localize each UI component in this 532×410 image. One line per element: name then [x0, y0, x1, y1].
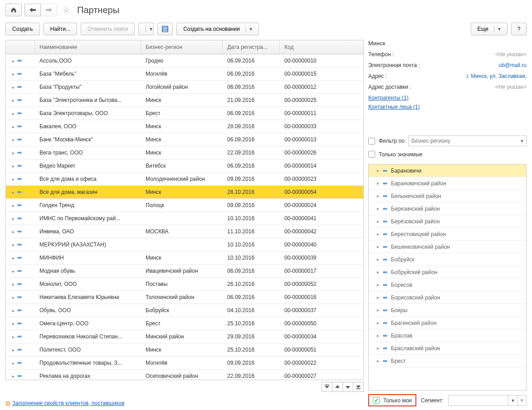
- favorite-icon[interactable]: ☆: [63, 5, 70, 15]
- table-row[interactable]: ▸Модная обувьИвацевичский район06.09.201…: [6, 265, 363, 278]
- expand-icon[interactable]: ▸: [12, 72, 15, 77]
- region-tree[interactable]: ▸Барановичи▸Барановичский район▸Белыничс…: [368, 164, 527, 391]
- create-based-on-button[interactable]: Создать на основании ▾: [176, 23, 259, 35]
- expand-icon[interactable]: ▸: [12, 150, 15, 155]
- expand-icon[interactable]: ▸: [377, 168, 379, 173]
- expand-icon[interactable]: ▸: [12, 282, 15, 287]
- only-mine-checkbox[interactable]: [373, 397, 380, 404]
- expand-icon[interactable]: ▸: [377, 320, 379, 325]
- filter-by-checkbox[interactable]: [368, 138, 375, 145]
- region-item[interactable]: ▸Бобруйский район: [369, 266, 526, 279]
- expand-icon[interactable]: ▸: [12, 203, 15, 208]
- table-row[interactable]: ▸Бакалея, ОООМинск28.09.201600-00000033: [6, 120, 363, 133]
- expand-icon[interactable]: ▸: [377, 295, 379, 300]
- table-row[interactable]: ▸База "Электротоника и бытова...Минск21.…: [6, 94, 363, 107]
- region-item[interactable]: ▸Брест: [369, 355, 526, 367]
- expand-icon[interactable]: ▸: [12, 229, 15, 234]
- create-button[interactable]: Создать: [5, 23, 40, 35]
- table-row[interactable]: ▸База "Продукты"Логойский район06.09.201…: [6, 81, 363, 94]
- segment-dropdown-button[interactable]: ▾: [508, 396, 517, 405]
- region-item[interactable]: ▸Берестовицкий район: [369, 228, 526, 241]
- expand-icon[interactable]: ▸: [377, 257, 379, 262]
- grid-down-button[interactable]: [342, 382, 353, 392]
- expand-icon[interactable]: ▸: [377, 232, 379, 236]
- table-row[interactable]: ▸Никитаева Елизавета ЮрьевнаТолочинский …: [6, 291, 363, 304]
- region-item[interactable]: ▸Березинский район: [369, 203, 526, 215]
- fill-properties-link[interactable]: ▤Заполнение свойств клиентов, поставщико…: [5, 400, 364, 406]
- grid-first-button[interactable]: [322, 382, 332, 392]
- table-row[interactable]: ▸Продовольственные товары, З...Могилёв09…: [6, 357, 363, 370]
- expand-icon[interactable]: ▸: [12, 137, 15, 142]
- table-row[interactable]: ▸Голден ТрендПолоцк09.09.201600-00000024: [6, 199, 363, 212]
- segment-input[interactable]: ▾ ×: [448, 395, 527, 406]
- expand-icon[interactable]: ▸: [12, 164, 15, 169]
- table-row[interactable]: ▸Обувь, ОООБобруйск04.10.201600-00000037: [6, 304, 363, 317]
- only-significant-checkbox[interactable]: [368, 151, 375, 158]
- table-row[interactable]: ▸Все для дома, магазинМинск28.10.201600-…: [6, 186, 363, 199]
- partners-grid[interactable]: Наименование Бизнес-регион Дата регистра…: [5, 40, 364, 380]
- table-row[interactable]: ▸Все для дома и офисаМолодечненский райо…: [6, 173, 363, 186]
- expand-icon[interactable]: ▸: [12, 98, 15, 103]
- expand-icon[interactable]: ▸: [12, 256, 15, 260]
- back-button[interactable]: [24, 4, 41, 16]
- expand-icon[interactable]: ▸: [377, 244, 379, 249]
- help-button[interactable]: ?: [511, 23, 527, 35]
- home-button[interactable]: [5, 4, 22, 16]
- region-item[interactable]: ▸Браславский район: [369, 342, 526, 355]
- contacts-link[interactable]: Контактные лица (1): [368, 104, 420, 110]
- expand-icon[interactable]: ▸: [12, 295, 15, 300]
- expand-icon[interactable]: ▸: [12, 124, 15, 129]
- table-row[interactable]: ▸Монолит, ОООПоставы26.10.201600-0000005…: [6, 278, 363, 291]
- table-row[interactable]: ▸База "Мебель"Могилёв06.09.201600-000000…: [6, 68, 363, 81]
- col-code[interactable]: Код: [280, 40, 363, 54]
- col-name[interactable]: Наименование: [35, 40, 141, 54]
- table-row[interactable]: ▸Вега-транс, ОООМинск22.09.201600-000000…: [6, 146, 363, 159]
- region-item[interactable]: ▸Браслав: [369, 329, 526, 342]
- expand-icon[interactable]: ▸: [12, 334, 15, 339]
- table-row[interactable]: ▸МИНФИНМинск10.10.201600-00000039: [6, 251, 363, 265]
- expand-icon[interactable]: ▸: [12, 58, 15, 63]
- expand-icon[interactable]: ▸: [12, 177, 15, 182]
- region-item[interactable]: ▸Борисов: [369, 279, 526, 291]
- region-item[interactable]: ▸Брагинский район: [369, 317, 526, 329]
- table-row[interactable]: ▸Инвема, ОАОМОСКВА11.10.201600-00000042: [6, 225, 363, 238]
- filter-by-select[interactable]: бизнес-региону ▾: [408, 135, 527, 146]
- table-row[interactable]: ▸Перевозчиков Николай Степан...Минский р…: [6, 330, 363, 343]
- expand-icon[interactable]: ▸: [12, 190, 15, 195]
- col-date[interactable]: Дата регистра...: [223, 40, 280, 54]
- expand-icon[interactable]: ▸: [377, 193, 379, 198]
- expand-icon[interactable]: ▸: [12, 242, 15, 247]
- table-row[interactable]: ▸Омега-Центр, ОООБрест25.10.201600-00000…: [6, 317, 363, 330]
- col-region[interactable]: Бизнес-регион: [141, 40, 223, 54]
- expand-icon[interactable]: ▸: [377, 358, 379, 363]
- expand-icon[interactable]: ▸: [12, 347, 15, 352]
- address-value[interactable]: г. Минск, ул. Заславкая,: [467, 73, 527, 79]
- table-row[interactable]: ▸МЕРКУРИЙ (КАЗАХСТАН)10.10.201600-000000…: [6, 238, 363, 251]
- expand-icon[interactable]: ▸: [377, 308, 379, 313]
- expand-icon[interactable]: ▸: [377, 206, 379, 211]
- segment-clear-button[interactable]: ×: [517, 396, 526, 405]
- expand-icon[interactable]: ▸: [377, 333, 379, 338]
- table-row[interactable]: ▸Видео МаркетВитебск06.09.201600-0000001…: [6, 159, 363, 173]
- forward-button[interactable]: [41, 4, 57, 16]
- table-row[interactable]: ▸Реклама на дорогахОсиповичский район22.…: [6, 370, 363, 380]
- expand-icon[interactable]: ▸: [12, 374, 15, 379]
- table-row[interactable]: ▸Ассоль,ОООГродно06.09.201600-00000010: [6, 54, 363, 68]
- grid-last-button[interactable]: [353, 382, 364, 392]
- region-item[interactable]: ▸Борисовский район: [369, 291, 526, 304]
- contractors-link[interactable]: Контрагенты (1): [368, 95, 409, 101]
- cancel-search-button[interactable]: Отменить поиск: [81, 23, 135, 35]
- expand-icon[interactable]: ▸: [377, 346, 379, 351]
- more-button[interactable]: Еще ▾: [471, 23, 508, 35]
- expand-icon[interactable]: ▸: [377, 181, 379, 186]
- table-row[interactable]: ▸База Электротовары, ОООБрест06.09.20160…: [6, 107, 363, 120]
- region-item[interactable]: ▸Белыничский район: [369, 190, 526, 203]
- expand-icon[interactable]: ▸: [12, 361, 15, 366]
- expand-icon[interactable]: ▸: [12, 321, 15, 326]
- expand-icon[interactable]: ▸: [12, 85, 15, 90]
- list-view-button[interactable]: [157, 23, 173, 35]
- expand-icon[interactable]: ▸: [12, 308, 15, 313]
- expand-icon[interactable]: ▸: [12, 216, 15, 221]
- expand-icon[interactable]: ▸: [377, 282, 379, 287]
- expand-icon[interactable]: ▸: [12, 269, 15, 274]
